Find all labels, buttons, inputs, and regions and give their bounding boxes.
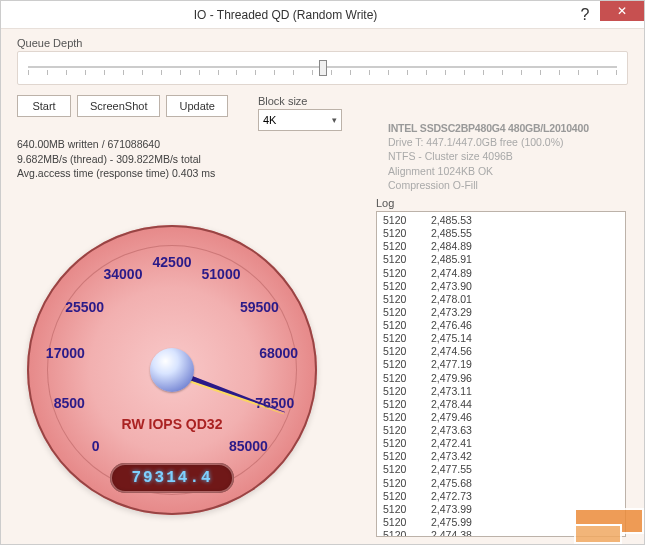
gauge-tick: 25500	[65, 299, 104, 315]
help-button[interactable]: ?	[570, 6, 600, 24]
log-row: 51202,484.89	[383, 240, 619, 253]
log-row: 51202,473.42	[383, 450, 619, 463]
log-row: 51202,476.46	[383, 319, 619, 332]
log-row: 51202,475.14	[383, 332, 619, 345]
block-size-value: 4K	[263, 114, 276, 126]
gauge-tick: 68000	[259, 345, 298, 361]
titlebar: IO - Threaded QD (Random Write) ? ✕	[1, 1, 644, 29]
drive-fs: NTFS - Cluster size 4096B	[388, 149, 618, 163]
gauge-tick: 8500	[54, 395, 85, 411]
log-list[interactable]: 51202,485.5351202,485.5551202,484.895120…	[376, 211, 626, 537]
log-row: 51202,473.63	[383, 424, 619, 437]
start-button[interactable]: Start	[17, 95, 71, 117]
log-row: 51202,477.55	[383, 463, 619, 476]
gauge: 0850017000255003400042500510005950068000…	[27, 225, 337, 535]
slider-thumb[interactable]	[319, 60, 327, 76]
gauge-tick: 34000	[104, 266, 143, 282]
log-row: 51202,473.11	[383, 385, 619, 398]
drive-comp: Compression O-Fill	[388, 178, 618, 192]
log-label: Log	[376, 197, 626, 209]
gauge-tick: 42500	[153, 254, 192, 270]
block-size-select[interactable]: 4K ▾	[258, 109, 342, 131]
drive-info: INTEL SSDSC2BP480G4 480GB/L2010400 Drive…	[388, 121, 618, 192]
log-row: 51202,485.91	[383, 253, 619, 266]
gauge-tick: 17000	[46, 345, 85, 361]
log-row: 51202,474.89	[383, 267, 619, 280]
block-size-group: Block size 4K ▾	[258, 95, 342, 131]
close-button[interactable]: ✕	[600, 1, 644, 21]
log-row: 51202,473.90	[383, 280, 619, 293]
drive-name: INTEL SSDSC2BP480G4 480GB/L2010400	[388, 121, 618, 135]
drive-align: Alignment 1024KB OK	[388, 164, 618, 178]
log-row: 51202,472.41	[383, 437, 619, 450]
log-row: 51202,477.19	[383, 358, 619, 371]
log-row: 51202,474.56	[383, 345, 619, 358]
chevron-down-icon: ▾	[332, 115, 337, 125]
gauge-hub	[150, 348, 194, 392]
gauge-sublabel: RW IOPS QD32	[122, 416, 223, 432]
queue-depth-slider[interactable]	[17, 51, 628, 85]
drive-capacity: Drive T: 447.1/447.0GB free (100.0%)	[388, 135, 618, 149]
screenshot-button[interactable]: ScreenShot	[77, 95, 160, 117]
log-row: 51202,475.68	[383, 477, 619, 490]
window-title: IO - Threaded QD (Random Write)	[1, 8, 570, 22]
gauge-dial: 0850017000255003400042500510005950068000…	[27, 225, 317, 515]
log-row: 51202,478.44	[383, 398, 619, 411]
log-row: 51202,478.01	[383, 293, 619, 306]
log-row: 51202,485.55	[383, 227, 619, 240]
log-panel: Log 51202,485.5351202,485.5551202,484.89…	[376, 197, 626, 537]
gauge-tick: 59500	[240, 299, 279, 315]
queue-depth-label: Queue Depth	[17, 37, 628, 49]
watermark-icon	[554, 494, 644, 544]
gauge-tick: 85000	[229, 438, 268, 454]
content: Queue Depth Start ScreenShot Update Bloc…	[1, 29, 644, 544]
log-row: 51202,479.96	[383, 372, 619, 385]
log-row: 51202,479.46	[383, 411, 619, 424]
block-size-label: Block size	[258, 95, 342, 107]
update-button[interactable]: Update	[166, 95, 227, 117]
gauge-value: 79314.4	[131, 469, 212, 487]
window: IO - Threaded QD (Random Write) ? ✕ Queu…	[0, 0, 645, 545]
log-row: 51202,485.53	[383, 214, 619, 227]
gauge-tick: 51000	[202, 266, 241, 282]
gauge-tick: 0	[92, 438, 100, 454]
log-row: 51202,473.29	[383, 306, 619, 319]
gauge-lcd: 79314.4	[110, 463, 234, 493]
